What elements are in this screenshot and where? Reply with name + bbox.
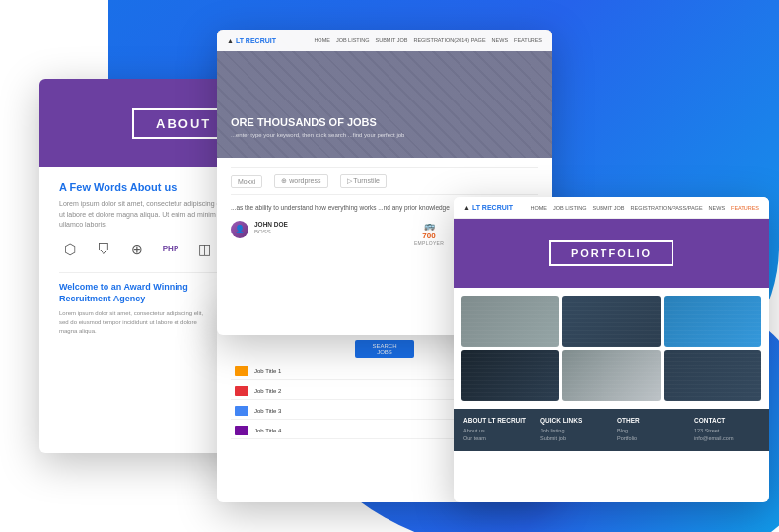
portfolio-nav-logo: ▲ LT RECRUIT bbox=[463, 204, 513, 211]
portfolio-thumb-4[interactable] bbox=[461, 350, 559, 401]
portfolio-thumb-2[interactable] bbox=[562, 296, 660, 347]
hero-stat-1-icon: 🚌 bbox=[410, 221, 448, 231]
nav-submit[interactable]: SUBMIT JOB bbox=[376, 37, 408, 43]
award-title: Welcome to an Award Winning Recruitment … bbox=[59, 281, 207, 305]
portfolio-navbar: ▲ LT RECRUIT HOME JOB LISTING SUBMIT JOB… bbox=[454, 197, 769, 219]
footer-col-links: QUICK LINKS Job listing Submit job bbox=[540, 417, 605, 443]
port-nav-news[interactable]: NEWS bbox=[709, 205, 726, 211]
hero-stat-1: 🚌 700 EMPLOYER bbox=[410, 221, 448, 246]
footer-col-links-title: QUICK LINKS bbox=[540, 417, 605, 424]
job-title-4: Job Title 4 bbox=[254, 428, 281, 433]
award-text: Welcome to an Award Winning Recruitment … bbox=[59, 281, 207, 338]
footer-links-item-2: Submit job bbox=[540, 435, 605, 441]
footer-about-item-2: Our team bbox=[463, 435, 529, 441]
portfolio-thumb-5[interactable] bbox=[562, 350, 660, 401]
hero-nav-links: HOME JOB LISTING SUBMIT JOB REGISTRATION… bbox=[314, 37, 542, 43]
hero-nav-logo: ▲ LT RECRUIT bbox=[227, 37, 276, 44]
shield-icon: ⛉ bbox=[93, 240, 114, 258]
testimonial-content: JOHN DOE BOSS bbox=[254, 221, 288, 236]
php-icon: PHP bbox=[160, 240, 181, 258]
partner-turnstile: ▷ Turnstile bbox=[340, 174, 387, 188]
portfolio-footer: ABOUT LT RECRUIT About us Our team QUICK… bbox=[454, 409, 769, 451]
css3-icon: ⬡ bbox=[59, 240, 81, 258]
hero-stat-1-num: 700 bbox=[410, 232, 448, 240]
footer-about-item-1: About us bbox=[463, 428, 529, 433]
portfolio-logo-text: LT RECRUIT bbox=[472, 204, 513, 211]
hero-subtitle: ...enter type your keyword, then click s… bbox=[231, 132, 404, 138]
hero-content: ORE THOUSANDS OF JOBS ...enter type your… bbox=[231, 116, 404, 138]
testimonial-role: BOSS bbox=[254, 228, 288, 236]
hero-stat-1-lbl: EMPLOYER bbox=[410, 240, 448, 246]
partner-wp: ⊕ wordpress bbox=[274, 174, 327, 188]
footer-col-other-title: OTHER bbox=[617, 417, 682, 424]
portfolio-grid bbox=[454, 288, 769, 409]
port-nav-reg[interactable]: REGISTRATION/PASS/PAGE bbox=[631, 205, 703, 211]
job-title-3: Job Title 3 bbox=[254, 408, 281, 414]
portfolio-header: PORTFOLIO bbox=[454, 219, 769, 288]
nav-home[interactable]: HOME bbox=[314, 37, 330, 43]
hero-logo-text: LT RECRUIT bbox=[236, 37, 276, 44]
port-nav-submit[interactable]: SUBMIT JOB bbox=[593, 205, 625, 211]
wordpress-icon: ⊕ bbox=[126, 240, 148, 258]
port-nav-features[interactable]: FEATURES bbox=[731, 205, 759, 211]
job-title-2: Job Title 2 bbox=[254, 388, 281, 394]
job-logo-1 bbox=[235, 366, 248, 376]
port-nav-home[interactable]: HOME bbox=[531, 205, 547, 211]
testimonial-name: JOHN DOE bbox=[254, 221, 288, 228]
footer-col-other: OTHER Blog Portfolio bbox=[617, 417, 682, 443]
job-title-1: Job Title 1 bbox=[254, 368, 281, 374]
job-logo-3 bbox=[235, 406, 248, 416]
nav-features[interactable]: FEATURES bbox=[514, 37, 542, 43]
job-logo-2 bbox=[235, 386, 248, 396]
footer-col-about-title: ABOUT LT RECRUIT bbox=[463, 417, 529, 424]
portfolio-thumb-3[interactable] bbox=[664, 296, 761, 347]
footer-contact-item-1: 123 Street bbox=[694, 428, 759, 433]
nav-jobs[interactable]: JOB LISTING bbox=[336, 37, 370, 43]
nav-news[interactable]: NEWS bbox=[492, 37, 509, 43]
portfolio-badge: PORTFOLIO bbox=[549, 240, 673, 266]
portfolio-thumb-1[interactable] bbox=[461, 296, 559, 347]
portfolio-thumb-6[interactable] bbox=[664, 350, 761, 401]
search-jobs-button[interactable]: SEARCH JOBS bbox=[355, 340, 414, 358]
footer-links-item-1: Job listing bbox=[540, 428, 605, 433]
hero-title: ORE THOUSANDS OF JOBS bbox=[231, 116, 404, 128]
port-nav-jobs[interactable]: JOB LISTING bbox=[553, 205, 587, 211]
hero-image: ▲ LT RECRUIT HOME JOB LISTING SUBMIT JOB… bbox=[217, 30, 552, 158]
portfolio-nav-links: HOME JOB LISTING SUBMIT JOB REGISTRATION… bbox=[531, 205, 759, 211]
footer-other-item-1: Blog bbox=[617, 428, 682, 433]
footer-other-item-2: Portfolio bbox=[617, 435, 682, 441]
footer-contact-item-2: info@email.com bbox=[694, 435, 759, 441]
screenshots-container: ABOUT US A Few Words About us Lorem ipsu… bbox=[0, 0, 779, 532]
job-logo-4 bbox=[235, 426, 248, 435]
partner-moxxi: Moxxi bbox=[231, 175, 262, 188]
card-portfolio: ▲ LT RECRUIT HOME JOB LISTING SUBMIT JOB… bbox=[454, 197, 769, 502]
award-desc: Lorem ipsum dolor sit amet, consectetur … bbox=[59, 309, 207, 336]
testimonial-avatar: 👤 bbox=[231, 221, 248, 238]
footer-col-contact: CONTACT 123 Street info@email.com bbox=[694, 417, 759, 443]
footer-col-contact-title: CONTACT bbox=[694, 417, 759, 424]
nav-reg[interactable]: REGISTRATION(2014) PAGE bbox=[413, 37, 485, 43]
partner-logos: Moxxi ⊕ wordpress ▷ Turnstile bbox=[231, 167, 538, 195]
instagram-icon: ◫ bbox=[193, 240, 215, 258]
hero-navbar: ▲ LT RECRUIT HOME JOB LISTING SUBMIT JOB… bbox=[217, 30, 552, 51]
footer-col-about: ABOUT LT RECRUIT About us Our team bbox=[463, 417, 529, 443]
